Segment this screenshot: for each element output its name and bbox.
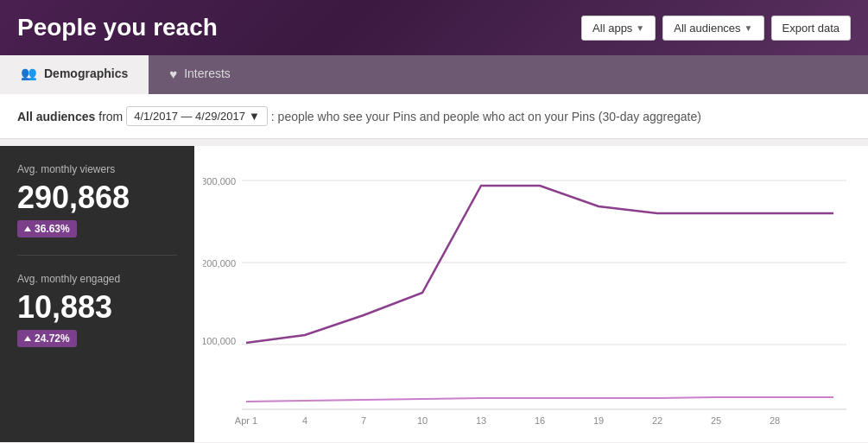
demographics-icon: 👥 (21, 66, 37, 81)
viewers-badge-text: 36.63% (35, 223, 70, 235)
date-range-select[interactable]: 4/1/2017 — 4/29/2017 ▼ (126, 106, 268, 126)
viewers-stat: Avg. monthly viewers 290,868 36.63% (17, 163, 177, 255)
engaged-stat: Avg. monthly engaged 10,883 24.72% (17, 255, 177, 364)
export-label: Export data (782, 22, 840, 35)
all-audiences-label: All audiences (674, 22, 740, 35)
tab-demographics-label: Demographics (44, 66, 128, 80)
filter-bar: All audiences from 4/1/2017 — 4/29/2017 … (0, 94, 868, 139)
svg-text:13: 13 (476, 415, 486, 426)
main-content: All audiences from 4/1/2017 — 4/29/2017 … (0, 94, 868, 442)
page-header: People you reach All apps ▼ All audience… (0, 0, 868, 55)
content-area: Avg. monthly viewers 290,868 36.63% Avg.… (0, 146, 868, 442)
arrow-up-icon (24, 336, 31, 341)
engaged-value: 10,883 (17, 292, 177, 323)
tab-interests[interactable]: ♥ Interests (149, 55, 251, 94)
svg-text:22: 22 (652, 415, 662, 426)
chevron-down-icon: ▼ (249, 110, 260, 123)
svg-text:7: 7 (361, 415, 366, 426)
chevron-down-icon: ▼ (744, 23, 753, 33)
chart-panel: 300,000 200,000 100,000 Apr 1 4 (194, 146, 868, 442)
page-title: People you reach (17, 14, 218, 41)
from-label: from (98, 110, 123, 123)
chevron-down-icon: ▼ (636, 23, 644, 33)
svg-text:4: 4 (302, 415, 307, 426)
header-controls: All apps ▼ All audiences ▼ Export data (581, 16, 851, 41)
all-audiences-button[interactable]: All audiences ▼ (662, 16, 763, 41)
tab-demographics[interactable]: 👥 Demographics (0, 55, 149, 94)
stats-panel: Avg. monthly viewers 290,868 36.63% Avg.… (0, 146, 194, 442)
tab-interests-label: Interests (184, 66, 231, 80)
all-apps-button[interactable]: All apps ▼ (581, 16, 656, 41)
viewers-badge: 36.63% (17, 220, 77, 237)
svg-text:25: 25 (711, 415, 721, 426)
viewers-label: Avg. monthly viewers (17, 163, 177, 175)
engaged-label: Avg. monthly engaged (17, 273, 177, 285)
chart-svg: 300,000 200,000 100,000 Apr 1 4 (203, 155, 851, 431)
svg-text:10: 10 (417, 415, 428, 426)
viewers-value: 290,868 (17, 182, 177, 213)
arrow-up-icon (24, 226, 31, 231)
svg-text:16: 16 (535, 415, 545, 426)
audiences-strong: All audiences (17, 110, 95, 123)
interests-icon: ♥ (169, 66, 177, 81)
engaged-badge-text: 24.72% (35, 332, 70, 345)
export-data-button[interactable]: Export data (771, 16, 852, 41)
svg-text:100,000: 100,000 (203, 336, 236, 346)
all-apps-label: All apps (592, 22, 632, 35)
svg-text:28: 28 (770, 415, 780, 426)
filter-description: : people who see your Pins and people wh… (271, 110, 701, 123)
engaged-badge: 24.72% (17, 330, 77, 347)
svg-text:200,000: 200,000 (203, 258, 236, 269)
date-range-value: 4/1/2017 — 4/29/2017 (134, 110, 245, 123)
svg-text:19: 19 (593, 415, 604, 426)
tabs-bar: 👥 Demographics ♥ Interests (0, 55, 868, 94)
svg-text:Apr 1: Apr 1 (235, 415, 257, 426)
svg-text:300,000: 300,000 (203, 176, 236, 187)
